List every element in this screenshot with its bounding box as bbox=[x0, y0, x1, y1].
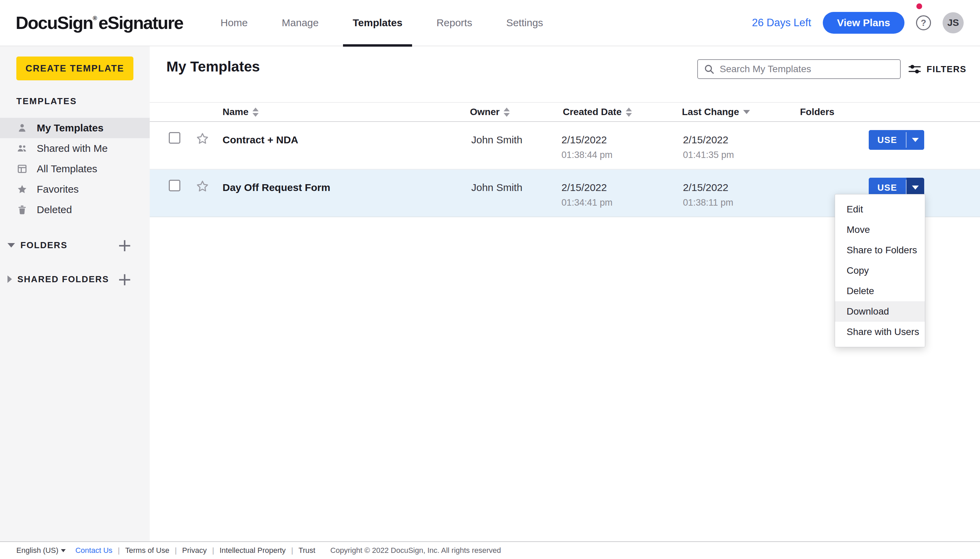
sidebar-item-label: All Templates bbox=[37, 163, 97, 175]
footer-link-terms-of-use[interactable]: Terms of Use bbox=[125, 546, 170, 555]
column-header-folders: Folders bbox=[800, 103, 834, 121]
row-checkbox[interactable] bbox=[169, 132, 180, 144]
caret-down-icon bbox=[912, 138, 919, 142]
logo-product-text: eSignature bbox=[98, 13, 183, 33]
column-label: Folders bbox=[800, 107, 834, 117]
menu-item-delete[interactable]: Delete bbox=[835, 281, 925, 301]
column-label: Created Date bbox=[563, 107, 622, 117]
sidebar-item-label: Shared with Me bbox=[37, 143, 107, 154]
add-folder-button[interactable]: + bbox=[117, 239, 132, 251]
trash-icon bbox=[16, 204, 28, 215]
favorite-star-icon[interactable] bbox=[195, 179, 210, 195]
registered-mark: ® bbox=[93, 15, 97, 22]
use-dropdown-toggle[interactable] bbox=[906, 130, 924, 150]
tab-home[interactable]: Home bbox=[211, 0, 257, 46]
column-label: Name bbox=[223, 107, 248, 117]
template-name[interactable]: Day Off Request Form bbox=[223, 181, 330, 194]
template-name[interactable]: Contract + NDA bbox=[223, 134, 299, 146]
sort-desc-icon bbox=[743, 110, 750, 114]
top-bar: DocuSign®eSignature Home Manage Template… bbox=[0, 0, 980, 46]
sort-arrows-icon bbox=[252, 108, 259, 117]
sidebar-item-label: My Templates bbox=[37, 122, 104, 134]
last-change-date: 2/15/2022 bbox=[683, 134, 734, 146]
view-plans-button[interactable]: View Plans bbox=[823, 12, 904, 34]
menu-item-copy[interactable]: Copy bbox=[835, 260, 925, 281]
column-header-owner[interactable]: Owner bbox=[470, 103, 510, 121]
topbar-actions: 26 Days Left View Plans ? JS bbox=[752, 12, 964, 34]
menu-item-share-with-users[interactable]: Share with Users bbox=[835, 322, 925, 342]
page-title: My Templates bbox=[167, 59, 260, 75]
column-header-name[interactable]: Name bbox=[223, 103, 259, 121]
footer-link-trust[interactable]: Trust bbox=[299, 546, 315, 555]
sidebar-item-shared-with-me[interactable]: Shared with Me bbox=[0, 138, 150, 159]
star-icon bbox=[16, 184, 28, 195]
sidebar-item-all-templates[interactable]: All Templates bbox=[0, 159, 150, 179]
chevron-right-icon bbox=[8, 275, 12, 283]
table-row: Contract + NDA John Smith 2/15/2022 01:3… bbox=[150, 122, 980, 170]
trial-days-left[interactable]: 26 Days Left bbox=[752, 17, 811, 29]
last-change-cell: 2/15/2022 01:41:35 pm bbox=[683, 134, 734, 161]
sidebar-item-label: Deleted bbox=[37, 204, 72, 215]
use-split-button: USE bbox=[869, 130, 924, 150]
help-icon[interactable]: ? bbox=[916, 15, 931, 30]
layout-icon bbox=[16, 163, 28, 175]
sort-arrows-icon bbox=[503, 108, 510, 117]
help-glyph: ? bbox=[921, 18, 926, 28]
tab-manage[interactable]: Manage bbox=[272, 0, 328, 46]
tab-settings[interactable]: Settings bbox=[497, 0, 553, 46]
menu-item-edit[interactable]: Edit bbox=[835, 199, 925, 220]
created-time: 01:34:41 pm bbox=[561, 197, 612, 208]
folders-toggle[interactable]: FOLDERS + bbox=[0, 235, 150, 255]
search-input[interactable] bbox=[720, 64, 897, 74]
content: My Templates FILTERS Name Owner bbox=[150, 46, 980, 541]
templates-section-label: TEMPLATES bbox=[16, 96, 134, 106]
chevron-down-icon bbox=[8, 243, 15, 248]
copyright-text: Copyright © 2022 DocuSign, Inc. All righ… bbox=[330, 546, 501, 555]
folders-label: FOLDERS bbox=[20, 240, 68, 251]
sidebar-item-favorites[interactable]: Favorites bbox=[0, 179, 150, 200]
use-button[interactable]: USE bbox=[869, 130, 906, 150]
sidebar: CREATE TEMPLATE TEMPLATES My Templates S… bbox=[0, 46, 150, 541]
search-icon bbox=[703, 63, 715, 75]
notification-dot-icon bbox=[916, 3, 922, 9]
filters-button[interactable]: FILTERS bbox=[907, 59, 967, 79]
menu-item-move[interactable]: Move bbox=[835, 220, 925, 240]
last-change-cell: 2/15/2022 01:38:11 pm bbox=[683, 181, 733, 208]
footer-link-contact-us[interactable]: Contact Us bbox=[75, 546, 112, 555]
language-selector[interactable]: English (US) bbox=[16, 546, 66, 555]
table-header: Name Owner Created Date Last Change Fold… bbox=[150, 102, 980, 122]
template-owner: John Smith bbox=[471, 134, 522, 146]
column-label: Owner bbox=[470, 107, 500, 117]
menu-item-share-to-folders[interactable]: Share to Folders bbox=[835, 240, 925, 260]
caret-down-icon bbox=[61, 549, 66, 552]
sort-arrows-icon bbox=[626, 108, 632, 117]
shared-folders-label: SHARED FOLDERS bbox=[17, 274, 109, 284]
template-actions-menu: Edit Move Share to Folders Copy Delete D… bbox=[835, 194, 925, 347]
favorite-star-icon[interactable] bbox=[195, 131, 210, 147]
footer: English (US) Contact Us | Terms of Use |… bbox=[0, 541, 980, 559]
avatar[interactable]: JS bbox=[942, 12, 964, 33]
created-date: 2/15/2022 bbox=[561, 181, 612, 194]
create-template-button[interactable]: CREATE TEMPLATE bbox=[16, 56, 134, 80]
row-checkbox[interactable] bbox=[169, 180, 180, 191]
created-date-cell: 2/15/2022 01:34:41 pm bbox=[561, 181, 612, 208]
tab-templates[interactable]: Templates bbox=[343, 0, 412, 46]
column-header-created-date[interactable]: Created Date bbox=[563, 103, 632, 121]
tab-reports[interactable]: Reports bbox=[427, 0, 482, 46]
footer-link-intellectual-property[interactable]: Intellectual Property bbox=[219, 546, 285, 555]
menu-item-download[interactable]: Download bbox=[835, 301, 925, 322]
created-time: 01:38:44 pm bbox=[561, 149, 612, 161]
footer-link-privacy[interactable]: Privacy bbox=[182, 546, 206, 555]
template-owner: John Smith bbox=[471, 181, 522, 194]
sidebar-item-deleted[interactable]: Deleted bbox=[0, 200, 150, 220]
shared-folders-toggle[interactable]: SHARED FOLDERS + bbox=[0, 269, 150, 289]
language-label: English (US) bbox=[16, 546, 58, 555]
add-shared-folder-button[interactable]: + bbox=[117, 273, 132, 285]
separator: | bbox=[175, 546, 177, 555]
column-header-last-change[interactable]: Last Change bbox=[682, 103, 750, 121]
sidebar-item-my-templates[interactable]: My Templates bbox=[0, 118, 150, 138]
separator: | bbox=[118, 546, 120, 555]
caret-down-icon bbox=[912, 185, 919, 190]
filters-icon bbox=[907, 63, 922, 76]
separator: | bbox=[291, 546, 293, 555]
